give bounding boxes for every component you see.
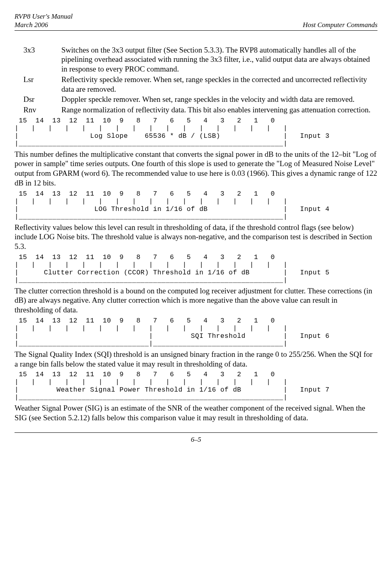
bit-bottom: |_______________________________________… [15, 394, 287, 401]
header-left: RVP8 User's Manual March 2006 [15, 12, 73, 30]
page-number: 6–5 [191, 436, 201, 443]
page-footer: 6–5 [15, 432, 377, 444]
paragraph-input6: The Signal Quality Index (SQI) threshold… [15, 350, 377, 369]
def-desc: Switches on the 3x3 output filter (See S… [61, 45, 377, 74]
definition-rnv: Rnv Range normalization of reflectivity … [23, 105, 377, 115]
bit-diagram-input6: 15 14 13 12 11 10 9 8 7 6 5 4 3 2 1 0 | … [15, 317, 377, 348]
manual-title: RVP8 User's Manual [15, 13, 73, 20]
bit-ticks: | | | | | | | | | | | | | | | | | [15, 124, 287, 132]
bit-header: 15 14 13 12 11 10 9 8 7 6 5 4 3 2 1 0 [15, 371, 279, 378]
bit-diagram-input3: 15 14 13 12 11 10 9 8 7 6 5 4 3 2 1 0 | … [15, 117, 377, 148]
bit-diagram-input5: 15 14 13 12 11 10 9 8 7 6 5 4 3 2 1 0 | … [15, 254, 377, 285]
bit-ticks: | | | | | | | | | | | | | | | | | [15, 198, 287, 205]
manual-date: March 2006 [15, 21, 48, 29]
bit-header: 15 14 13 12 11 10 9 8 7 6 5 4 3 2 1 0 [15, 253, 279, 261]
bit-diagram-input4: 15 14 13 12 11 10 9 8 7 6 5 4 3 2 1 0 | … [15, 190, 377, 221]
definition-dsr: Dsr Doppler speckle remover. When set, r… [23, 95, 377, 104]
header-right: Host Computer Commands [303, 21, 377, 29]
bit-content: | | SQI Threshold | Input 6 [15, 332, 329, 340]
bit-header: 15 14 13 12 11 10 9 8 7 6 5 4 3 2 1 0 [15, 317, 279, 325]
definition-3x3: 3x3 Switches on the 3x3 output filter (S… [23, 45, 377, 74]
paragraph-input7: Weather Signal Power (SIG) is an estimat… [15, 403, 377, 423]
definition-lsr: Lsr Reflectivity speckle remover. When s… [23, 75, 377, 94]
bit-bottom: |_______________________________________… [15, 276, 287, 284]
page-header: RVP8 User's Manual March 2006 Host Compu… [15, 12, 377, 31]
def-term: 3x3 [23, 45, 61, 74]
bit-content: | Clutter Correction (CCOR) Threshold in… [15, 269, 329, 276]
bit-content: | Weather Signal Power Threshold in 1/16… [15, 386, 329, 394]
def-desc: Doppler speckle remover. When set, range… [61, 95, 377, 104]
def-term: Dsr [23, 95, 61, 104]
paragraph-input4: Reflectivity values below this level can… [15, 223, 377, 251]
paragraph-input3: This number defines the multiplicative c… [15, 150, 377, 188]
paragraph-input5: The clutter correction threshold is a bo… [15, 286, 377, 315]
bit-diagram-input7: 15 14 13 12 11 10 9 8 7 6 5 4 3 2 1 0 | … [15, 371, 377, 402]
bit-bottom: |_______________________________________… [15, 213, 287, 221]
def-term: Lsr [23, 75, 61, 94]
bit-header: 15 14 13 12 11 10 9 8 7 6 5 4 3 2 1 0 [15, 117, 279, 124]
bit-header: 15 14 13 12 11 10 9 8 7 6 5 4 3 2 1 0 [15, 190, 279, 198]
def-term: Rnv [23, 105, 61, 115]
def-desc: Range normalization of reflectivity data… [61, 105, 377, 115]
def-desc: Reflectivity speckle remover. When set, … [61, 75, 377, 94]
bit-content: | Log Slope 65536 * dB / (LSB) | Input 3 [15, 132, 329, 140]
bit-bottom: |_______________________________|_______… [15, 340, 287, 348]
bit-content: | LOG Threshold in 1/16 of dB | Input 4 [15, 205, 329, 213]
bit-ticks: | | | | | | | | | | | | | | | | | [15, 261, 287, 269]
section-title: Host Computer Commands [303, 21, 377, 29]
bit-ticks: | | | | | | | | | | | | | | | | | [15, 378, 287, 386]
bit-bottom: |_______________________________________… [15, 140, 287, 148]
bit-ticks: | | | | | | | | | | | | | | | | | [15, 325, 287, 332]
